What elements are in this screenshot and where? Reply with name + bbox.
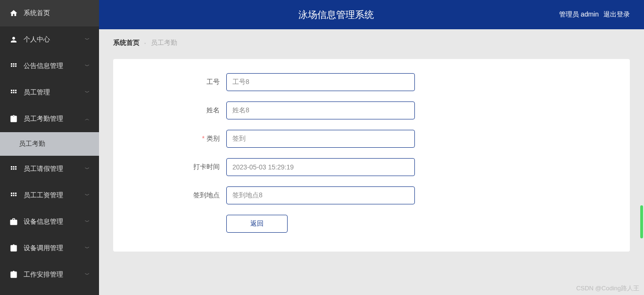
form-label: 工号 (132, 78, 226, 86)
grid-icon (9, 88, 18, 97)
breadcrumb: 系统首页 ▪ 员工考勤 (99, 29, 644, 52)
briefcase-icon (9, 218, 18, 226)
required-mark: * (202, 135, 205, 142)
form-label: 打卡时间 (132, 163, 226, 171)
form-row-name: 姓名 姓名8 (132, 101, 611, 119)
sidebar-item-label: 设备调用管理 (24, 244, 85, 253)
header: 泳场信息管理系统 管理员 admin 退出登录 (99, 0, 644, 29)
sidebar-item-label: 员工管理 (24, 88, 85, 97)
sidebar-subitem-label: 员工考勤 (19, 140, 45, 148)
header-right: 管理员 admin 退出登录 (559, 10, 630, 19)
chevron-down-icon: ﹀ (85, 192, 90, 199)
sidebar-item-leave[interactable]: 员工请假管理 ﹀ (0, 156, 99, 182)
sidebar-item-equipment-use[interactable]: 设备调用管理 ﹀ (0, 235, 99, 261)
chevron-down-icon: ﹀ (85, 63, 90, 69)
chevron-down-icon: ﹀ (85, 245, 90, 252)
user-icon (9, 35, 18, 44)
chevron-down-icon: ﹀ (85, 36, 90, 43)
sidebar-item-profile[interactable]: 个人中心 ﹀ (0, 26, 99, 53)
chevron-down-icon: ﹀ (85, 166, 90, 172)
sidebar-item-label: 员工工资管理 (24, 191, 85, 200)
main-content: 泳场信息管理系统 管理员 admin 退出登录 系统首页 ▪ 员工考勤 工号 工… (99, 0, 644, 295)
form-button-row: 返回 (132, 215, 611, 233)
sidebar-item-label: 设备信息管理 (24, 218, 85, 226)
location-field[interactable]: 签到地点8 (226, 186, 415, 204)
sidebar-item-label: 工作安排管理 (24, 270, 85, 279)
sidebar: 系统首页 个人中心 ﹀ 公告信息管理 ﹀ 员工管理 ﹀ 员工考勤管理 ︿ 员工考… (0, 0, 99, 295)
clipboard-icon (9, 270, 18, 279)
sidebar-item-label: 员工请假管理 (24, 165, 85, 173)
employee-id-field[interactable]: 工号8 (226, 73, 415, 91)
chevron-down-icon: ﹀ (85, 89, 90, 96)
sidebar-item-employee[interactable]: 员工管理 ﹀ (0, 79, 99, 106)
home-icon (9, 9, 18, 17)
sidebar-item-attendance[interactable]: 员工考勤管理 ︿ (0, 106, 99, 132)
form-row-employee-id: 工号 工号8 (132, 73, 611, 91)
sidebar-item-label: 员工考勤管理 (24, 115, 85, 123)
sidebar-item-label: 个人中心 (24, 35, 85, 44)
breadcrumb-separator: ▪ (144, 41, 146, 46)
form-card: 工号 工号8 姓名 姓名8 *类别 签到 打卡时间 2023-05-03 15:… (113, 59, 630, 252)
page-title: 泳场信息管理系统 (113, 8, 559, 21)
name-field[interactable]: 姓名8 (226, 101, 415, 119)
form-label: 姓名 (132, 106, 226, 115)
sidebar-item-work-schedule[interactable]: 工作安排管理 ﹀ (0, 261, 99, 288)
user-label: 管理员 admin (559, 10, 599, 19)
sidebar-item-equipment[interactable]: 设备信息管理 ﹀ (0, 209, 99, 235)
sidebar-subitem-attendance[interactable]: 员工考勤 (0, 132, 99, 156)
form-row-category: *类别 签到 (132, 130, 611, 148)
clipboard-icon (9, 244, 18, 253)
sidebar-item-label: 系统首页 (24, 9, 90, 17)
grid-icon (9, 165, 18, 173)
watermark: CSDN @Coding路人王 (576, 284, 639, 293)
logout-link[interactable]: 退出登录 (603, 10, 630, 19)
chevron-down-icon: ﹀ (85, 271, 90, 278)
grid-icon (9, 191, 18, 200)
category-field[interactable]: 签到 (226, 130, 415, 148)
form-row-clock-time: 打卡时间 2023-05-03 15:29:19 (132, 158, 611, 176)
chevron-down-icon: ﹀ (85, 219, 90, 225)
sidebar-item-label: 公告信息管理 (24, 62, 85, 70)
form-label: 签到地点 (132, 191, 226, 200)
back-button[interactable]: 返回 (226, 215, 288, 233)
sidebar-item-announcement[interactable]: 公告信息管理 ﹀ (0, 53, 99, 79)
sidebar-item-salary[interactable]: 员工工资管理 ﹀ (0, 182, 99, 209)
form-label: *类别 (132, 135, 226, 143)
breadcrumb-home[interactable]: 系统首页 (113, 39, 140, 47)
clock-time-field[interactable]: 2023-05-03 15:29:19 (226, 158, 415, 176)
grid-icon (9, 62, 18, 70)
sidebar-item-home[interactable]: 系统首页 (0, 0, 99, 26)
form-row-location: 签到地点 签到地点8 (132, 186, 611, 204)
chevron-up-icon: ︿ (85, 116, 90, 122)
breadcrumb-current: 员工考勤 (151, 39, 177, 47)
clipboard-icon (9, 115, 18, 123)
scroll-indicator (640, 205, 643, 238)
